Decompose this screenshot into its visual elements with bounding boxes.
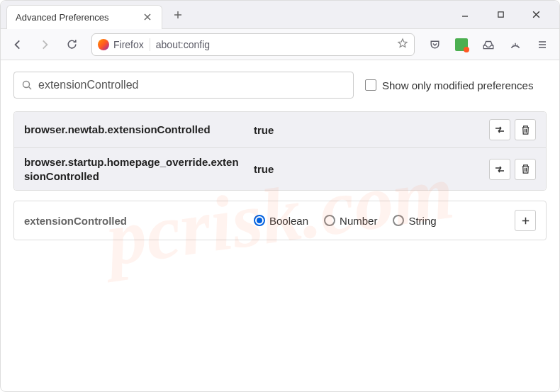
url-text: about:config: [156, 39, 391, 50]
menu-button[interactable]: [531, 33, 554, 56]
radio-number[interactable]: Number: [324, 215, 377, 227]
pref-value: true: [254, 163, 479, 175]
pref-value: true: [254, 124, 479, 136]
radio-icon: [393, 215, 404, 226]
separator: [150, 38, 150, 51]
svg-rect-0: [498, 12, 503, 17]
browser-toolbar: Firefox about:config: [1, 29, 559, 60]
radio-icon: [324, 215, 335, 226]
browser-tab[interactable]: Advanced Preferences: [6, 5, 162, 29]
delete-button[interactable]: [515, 159, 536, 180]
radio-icon: [254, 215, 265, 226]
svg-point-1: [23, 82, 30, 88]
url-bar[interactable]: Firefox about:config: [91, 33, 415, 56]
pref-name: browser.newtab.extensionControlled: [24, 123, 244, 137]
reload-button[interactable]: [60, 33, 83, 56]
radio-string[interactable]: String: [393, 215, 436, 227]
pocket-icon[interactable]: [423, 33, 446, 56]
show-modified-checkbox[interactable]: [365, 79, 376, 91]
inbox-icon[interactable]: [477, 33, 500, 56]
pref-actions: [489, 159, 536, 180]
radio-boolean[interactable]: Boolean: [254, 215, 308, 227]
search-box[interactable]: [13, 72, 354, 99]
search-input[interactable]: [38, 79, 346, 91]
pref-name: browser.startup.homepage_override.extens…: [24, 155, 244, 183]
pref-row: browser.newtab.extensionControlled true: [14, 112, 546, 147]
site-identity[interactable]: Firefox: [98, 39, 144, 50]
firefox-label: Firefox: [113, 39, 144, 50]
forward-button[interactable]: [33, 33, 56, 56]
page-content: Show only modified preferences browser.n…: [1, 60, 559, 252]
close-tab-icon[interactable]: [142, 11, 153, 23]
type-radio-group: Boolean Number String: [254, 215, 505, 227]
firefox-logo-icon: [98, 39, 109, 50]
window-controls: [450, 4, 559, 26]
minimize-button[interactable]: [450, 4, 480, 26]
preferences-table: browser.newtab.extensionControlled true …: [13, 111, 547, 191]
show-modified-label: Show only modified preferences: [382, 79, 533, 91]
delete-button[interactable]: [515, 119, 536, 140]
radio-label: Boolean: [269, 215, 308, 227]
pref-row: browser.startup.homepage_override.extens…: [14, 147, 546, 190]
titlebar: Advanced Preferences: [1, 1, 559, 29]
new-preference-row: extensionControlled Boolean Number Strin…: [13, 201, 547, 240]
toggle-button[interactable]: [489, 119, 510, 140]
add-button[interactable]: [515, 210, 536, 231]
extension-icon[interactable]: [450, 33, 473, 56]
dashboard-icon[interactable]: [504, 33, 527, 56]
close-window-button[interactable]: [521, 4, 551, 26]
back-button[interactable]: [6, 33, 29, 56]
new-pref-name: extensionControlled: [24, 215, 244, 227]
show-modified-checkbox-row[interactable]: Show only modified preferences: [365, 79, 533, 91]
toggle-button[interactable]: [489, 159, 510, 180]
pref-actions: [489, 119, 536, 140]
radio-label: Number: [340, 215, 377, 227]
new-tab-button[interactable]: [168, 5, 188, 25]
maximize-button[interactable]: [486, 4, 515, 26]
tab-title: Advanced Preferences: [16, 12, 136, 23]
search-icon: [21, 79, 33, 91]
radio-label: String: [408, 215, 436, 227]
bookmark-star-icon[interactable]: [397, 38, 408, 52]
search-row: Show only modified preferences: [13, 72, 547, 99]
